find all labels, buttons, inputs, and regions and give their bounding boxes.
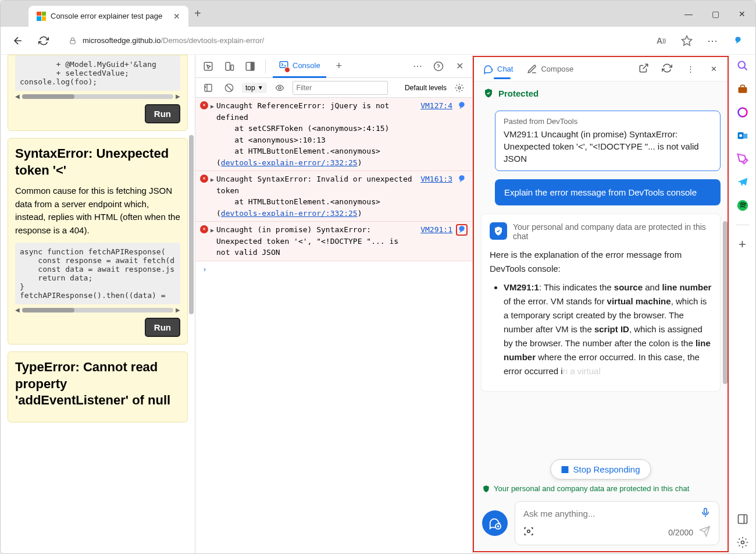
run-button-2[interactable]: Run: [145, 318, 180, 337]
new-tab-button[interactable]: +: [194, 7, 201, 20]
live-expression-icon[interactable]: [272, 80, 288, 96]
error-icon: ✕: [200, 101, 208, 109]
console-output: ✕ ▶ Uncaught ReferenceError: jQuery is n…: [195, 98, 472, 553]
dock-icon[interactable]: [242, 58, 258, 74]
levels-dropdown[interactable]: Default levels: [405, 84, 447, 92]
stack-link[interactable]: devtools-explain-error/:332:25: [221, 158, 358, 167]
refresh-button[interactable]: [34, 31, 53, 50]
outlook-icon[interactable]: [736, 129, 749, 142]
window-close-button[interactable]: ✕: [729, 2, 755, 26]
more-icon[interactable]: ⋮: [683, 65, 697, 73]
expand-icon[interactable]: ▶: [211, 226, 214, 258]
sidebar-layout-icon[interactable]: [736, 513, 749, 525]
add-tab-icon[interactable]: +: [331, 58, 347, 74]
context-dropdown[interactable]: top▼: [242, 83, 267, 93]
svg-rect-21: [738, 515, 747, 524]
office-icon[interactable]: [736, 106, 749, 119]
favorites-button[interactable]: [677, 31, 696, 50]
svg-rect-0: [70, 40, 75, 44]
mic-icon[interactable]: [700, 507, 711, 520]
card-title: TypeError: Cannot read property 'addEven…: [15, 359, 180, 409]
titlebar: Console error explainer test page ✕ + — …: [1, 1, 755, 27]
console-tab[interactable]: Console: [273, 55, 326, 78]
page-scrollbar-thumb[interactable]: [189, 135, 194, 314]
address-bar[interactable]: microsoftedge.github.io/Demos/devtools-e…: [60, 31, 645, 51]
code-scrollbar[interactable]: ◀▶: [15, 307, 180, 313]
stack-link[interactable]: devtools-explain-error/:332:25: [221, 209, 358, 218]
explain-error-button[interactable]: [456, 173, 468, 185]
window-minimize-button[interactable]: —: [675, 2, 702, 26]
shield-icon: [490, 222, 507, 240]
open-external-icon[interactable]: [637, 63, 651, 75]
chat-tab[interactable]: Chat: [481, 57, 515, 81]
devtools-close-icon[interactable]: ✕: [451, 58, 468, 74]
spotify-icon[interactable]: [736, 199, 749, 212]
footer-protection-note: Your personal and company data are prote…: [474, 482, 728, 495]
edge-sidebar: +: [729, 55, 755, 553]
source-link[interactable]: VM161:3: [420, 173, 452, 219]
browser-tab[interactable]: Console error explainer test page ✕: [28, 6, 188, 27]
search-icon[interactable]: [736, 59, 749, 72]
error-icon: ✕: [200, 175, 208, 183]
new-topic-button[interactable]: [482, 510, 508, 536]
copilot-launch-button[interactable]: [729, 31, 747, 50]
pasted-context-card: Pasted from DevTools VM291:1 Uncaught (i…: [495, 111, 721, 171]
scan-icon[interactable]: [523, 526, 534, 538]
back-button[interactable]: [9, 31, 27, 50]
close-icon[interactable]: ✕: [707, 65, 721, 73]
window-maximize-button[interactable]: ▢: [702, 2, 729, 26]
svg-point-10: [279, 87, 281, 89]
gear-icon[interactable]: [736, 536, 749, 549]
expand-icon[interactable]: ▶: [211, 102, 214, 168]
source-link[interactable]: VM127:4: [420, 100, 452, 168]
browser-toolbar: microsoftedge.github.io/Demos/devtools-e…: [1, 27, 755, 55]
card-body: Common cause for this is fetching JSON d…: [15, 184, 180, 237]
sidebar-toggle-icon[interactable]: [200, 80, 216, 96]
designer-icon[interactable]: [736, 152, 749, 165]
help-icon[interactable]: [430, 58, 447, 74]
inspect-icon[interactable]: [200, 58, 216, 74]
read-aloud-button[interactable]: A)): [652, 31, 671, 50]
lock-icon: [69, 37, 77, 45]
clear-console-icon[interactable]: [221, 80, 237, 96]
devtools-more-icon[interactable]: ⋯: [409, 58, 426, 74]
compose-tab[interactable]: Compose: [525, 57, 576, 81]
web-page: + @Model.MyGuid+'&lang + selectedValue; …: [1, 55, 195, 553]
tab-close-icon[interactable]: ✕: [173, 12, 180, 21]
explain-error-button[interactable]: [456, 224, 468, 236]
ask-input-box: 0/2000: [515, 501, 719, 545]
add-sidebar-icon[interactable]: +: [736, 238, 749, 251]
svg-point-14: [527, 530, 530, 533]
explain-error-button[interactable]: [456, 100, 468, 112]
stop-icon: [561, 466, 568, 473]
source-link[interactable]: VM291:1: [420, 224, 452, 258]
send-icon[interactable]: [699, 525, 711, 539]
code-block-2: async function fetchAPIResponse( const r…: [15, 243, 180, 304]
assistant-response: Your personal and company data are prote…: [481, 214, 721, 392]
svg-rect-5: [251, 62, 254, 70]
briefcase-icon[interactable]: [736, 83, 749, 95]
svg-rect-16: [738, 87, 747, 93]
url-path: /Demos/devtools-explain-error/: [161, 36, 264, 45]
svg-point-11: [458, 87, 461, 89]
filter-input[interactable]: [293, 81, 388, 95]
more-button[interactable]: ⋯: [703, 31, 722, 50]
settings-icon[interactable]: [451, 80, 468, 96]
svg-rect-2: [226, 62, 230, 70]
run-button-1[interactable]: Run: [145, 104, 180, 123]
device-icon[interactable]: [221, 58, 237, 74]
error-icon: ✕: [200, 225, 208, 233]
refresh-icon[interactable]: [660, 63, 674, 75]
telegram-icon[interactable]: [736, 176, 749, 189]
svg-rect-3: [231, 65, 234, 70]
copilot-scrollbar-thumb[interactable]: [723, 221, 728, 384]
svg-point-22: [741, 541, 744, 544]
ask-input[interactable]: [523, 509, 696, 519]
code-scrollbar[interactable]: ◀▶: [15, 93, 180, 100]
svg-point-20: [737, 200, 747, 211]
code-block-1: + @Model.MyGuid+'&lang + selectedValue; …: [15, 55, 180, 91]
console-prompt[interactable]: ›: [195, 261, 472, 277]
expand-icon[interactable]: ▶: [211, 175, 214, 219]
stop-responding-button[interactable]: Stop Responding: [550, 459, 651, 480]
user-message: Explain the error message from DevTools …: [495, 179, 721, 205]
